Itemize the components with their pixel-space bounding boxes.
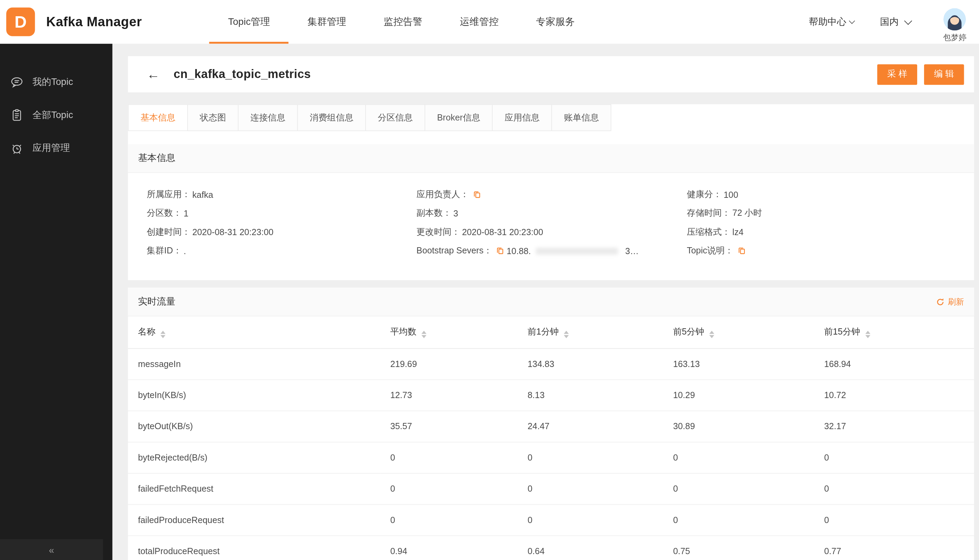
back-button[interactable]: ← [142,67,165,82]
tab-connection-info[interactable]: 连接信息 [238,104,298,131]
title-actions: 采 样 编 辑 [870,64,964,85]
top-header: D Kafka Manager Topic管理 集群管理 监控告警 运维管控 专… [0,0,979,44]
redacted-text [536,248,618,255]
region-label: 国内 [880,16,899,27]
user-menu[interactable]: 包梦婷 [943,8,967,43]
sort-desc-icon [564,335,569,338]
basic-info-fields: 所属应用： kafka 应用负责人： 健康分： 100 分区数： [128,173,974,280]
header-right: 帮助中心 国内 包梦婷 [809,1,979,43]
table-row: byteIn(KB/s) 12.73 8.13 10.29 10.72 [128,380,974,410]
tab-app-info[interactable]: 应用信息 [492,104,552,131]
sort-asc-icon [421,330,426,333]
help-center-label: 帮助中心 [809,16,846,27]
clipboard-icon [10,108,24,122]
realtime-traffic-card: 实时流量 刷新 名称 平均数 前1分钟 [128,288,974,560]
section-title: 基本信息 [138,152,175,164]
copy-icon[interactable] [496,247,505,255]
chevron-down-icon [904,17,912,25]
nav-item-monitor[interactable]: 监控告警 [365,0,441,44]
sort-asc-icon [709,330,714,333]
nav-item-ops[interactable]: 运维管控 [441,0,518,44]
page-title: cn_kafka_topic_metrics [174,67,311,81]
basic-info-section-header: 基本信息 [128,144,974,173]
sidebar-item-all-topic[interactable]: 全部Topic [0,99,112,132]
sort-control[interactable] [709,330,714,338]
sort-control[interactable] [421,330,426,338]
field-health-score: 健康分： 100 [687,188,974,202]
table-row: byteRejected(B/s) 0 0 0 0 [128,442,974,473]
table-header-row: 名称 平均数 前1分钟 前5分钟 前15分钟 [128,316,974,348]
sidebar-item-app-manage[interactable]: 应用管理 [0,132,112,165]
tab-consumer-group-info[interactable]: 消费组信息 [297,104,366,131]
basic-info-card: 基本信息 状态图 连接信息 消费组信息 分区信息 Broker信息 应用信息 账… [128,104,974,280]
comment-icon [10,75,24,89]
sidebar-collapse-button[interactable]: « [0,539,103,560]
edit-button[interactable]: 编 辑 [924,64,964,85]
sort-control[interactable] [564,330,569,338]
column-header-5min: 前5分钟 [663,316,814,348]
refresh-button[interactable]: 刷新 [936,296,964,308]
nav-item-cluster[interactable]: 集群管理 [289,0,365,44]
refresh-label: 刷新 [948,296,964,308]
chevron-down-icon [849,18,855,24]
copy-icon[interactable] [737,247,746,255]
field-modify-time: 更改时间： 2020-08-31 20:23:00 [417,225,687,239]
page-title-card: ← cn_kafka_topic_metrics 采 样 编 辑 [128,56,974,93]
tab-status-chart[interactable]: 状态图 [187,104,238,131]
tab-broker-info[interactable]: Broker信息 [424,104,493,131]
column-header-name: 名称 [128,316,380,348]
table-row: totalProduceRequest 0.94 0.64 0.75 0.77 [128,535,974,560]
field-retention-time: 存储时间： 72 小时 [687,207,974,220]
sort-control[interactable] [865,330,870,338]
sidebar: 我的Topic 全部Topic 应用管理 « [0,44,112,560]
nav-item-expert[interactable]: 专家服务 [517,0,593,44]
sort-asc-icon [564,330,569,333]
column-header-avg: 平均数 [380,316,518,348]
field-compression-format: 压缩格式： lz4 [687,225,974,239]
field-app-principal: 应用负责人： [417,188,687,202]
spacer [128,131,974,144]
user-name: 包梦婷 [943,32,967,43]
app-window: D Kafka Manager Topic管理 集群管理 监控告警 运维管控 专… [0,0,979,560]
logo-icon[interactable]: D [6,8,35,36]
table-row: byteOut(KB/s) 35.57 24.47 30.89 32.17 [128,410,974,442]
nav-item-topic[interactable]: Topic管理 [209,0,289,44]
sidebar-item-label: 我的Topic [32,76,73,88]
sort-desc-icon [709,335,714,338]
realtime-section-header: 实时流量 刷新 [128,288,974,316]
sort-control[interactable] [160,330,165,338]
sort-desc-icon [160,335,165,338]
region-menu[interactable]: 国内 [880,16,911,28]
avatar [944,8,966,30]
detail-tabs: 基本信息 状态图 连接信息 消费组信息 分区信息 Broker信息 应用信息 账… [128,104,974,131]
sample-button[interactable]: 采 样 [877,64,917,85]
sidebar-item-label: 全部Topic [32,109,73,121]
field-create-time: 创建时间： 2020-08-31 20:23:00 [147,225,417,239]
field-owner-app: 所属应用： kafka [147,188,417,202]
field-bootstrap-servers: Bootstrap Severs： 10.88. 3… [417,244,687,258]
table-row: failedFetchRequest 0 0 0 0 [128,473,974,504]
column-header-15min: 前15分钟 [814,316,974,348]
main-nav: Topic管理 集群管理 监控告警 运维管控 专家服务 [209,0,593,44]
table-row: messageIn 219.69 134.83 163.13 168.94 [128,348,974,380]
tab-partition-info[interactable]: 分区信息 [365,104,425,131]
sort-asc-icon [160,330,165,333]
section-title: 实时流量 [138,296,175,308]
app-manage-icon [10,141,24,155]
sort-desc-icon [421,335,426,338]
main-content: ← cn_kafka_topic_metrics 采 样 编 辑 基本信息 状态… [112,44,979,560]
metrics-table: 名称 平均数 前1分钟 前5分钟 前15分钟 messageIn 219.69 … [128,316,974,560]
help-center-menu[interactable]: 帮助中心 [809,16,854,28]
app-title: Kafka Manager [46,15,142,29]
table-row: failedProduceRequest 0 0 0 0 [128,504,974,535]
tab-basic-info[interactable]: 基本信息 [128,104,188,131]
sidebar-item-my-topic[interactable]: 我的Topic [0,66,112,99]
sidebar-item-label: 应用管理 [32,142,70,154]
tab-bill-info[interactable]: 账单信息 [551,104,611,131]
copy-icon[interactable] [473,190,481,199]
field-replica-count: 副本数： 3 [417,207,687,220]
refresh-icon [936,297,944,306]
sort-desc-icon [865,335,870,338]
field-partition-count: 分区数： 1 [147,207,417,220]
field-topic-description: Topic说明： [687,244,974,258]
